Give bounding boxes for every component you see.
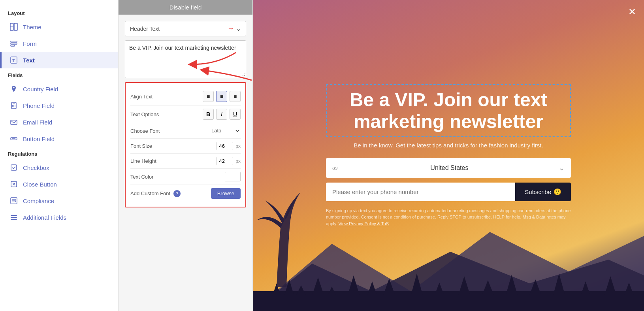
sidebar: Layout Theme Form T Text <box>0 0 119 311</box>
subscribe-emoji: 🙂 <box>554 188 561 196</box>
regulations-section-label: Regulations <box>0 147 118 159</box>
sidebar-item-additional[interactable]: Additional Fields <box>0 209 118 226</box>
svg-point-12 <box>12 106 13 107</box>
svg-rect-19 <box>11 165 17 170</box>
italic-btn[interactable]: I <box>216 109 227 120</box>
dropdown-chevron-icon: ⌄ <box>236 25 241 32</box>
line-height-row: Line Height px <box>130 154 241 169</box>
custom-font-label: Add Custom Font ? <box>130 190 181 197</box>
svg-point-14 <box>15 106 15 107</box>
text-options-row: Text Options B I U <box>130 106 241 123</box>
font-size-input[interactable] <box>217 142 233 150</box>
line-height-px: px <box>235 158 241 164</box>
browse-controls: Browse <box>211 188 241 199</box>
middle-panel-content: Header Text → ⌄ Be a VIP. Join our text … <box>119 15 252 311</box>
line-height-input[interactable] <box>217 157 233 165</box>
svg-point-9 <box>12 105 13 106</box>
phone-input[interactable] <box>326 183 515 201</box>
font-size-label: Font Size <box>130 143 152 149</box>
custom-font-help-icon[interactable]: ? <box>173 190 181 197</box>
text-area-container: Be a VIP. Join our text marketing newsle… <box>125 40 246 78</box>
align-controls: ≡ ≡ ≡ <box>203 91 241 102</box>
svg-rect-1 <box>14 23 17 30</box>
additional-icon <box>9 213 18 222</box>
subscribe-button[interactable]: Subscribe 🙂 <box>515 183 571 201</box>
preview-heading: Be a VIP. Join our text marketing newsle… <box>333 89 564 132</box>
additional-label: Additional Fields <box>23 214 66 221</box>
close-button-icon <box>9 180 18 188</box>
phone-row: Subscribe 🙂 <box>326 183 571 201</box>
sidebar-item-text[interactable]: T Text <box>0 52 118 68</box>
country-name: United States <box>340 164 559 172</box>
palm-tree-svg <box>253 169 324 287</box>
font-select[interactable]: Lato Arial Georgia Helvetica <box>208 126 241 135</box>
font-controls: Lato Arial Georgia Helvetica <box>208 126 241 135</box>
phone-icon <box>9 101 18 110</box>
middle-panel: Disable field Header Text → ⌄ Be a VIP. … <box>119 0 253 311</box>
font-size-row: Font Size px <box>130 139 241 154</box>
svg-text:T: T <box>12 58 15 63</box>
svg-rect-5 <box>11 45 15 46</box>
email-label: Email Field <box>23 119 52 126</box>
align-left-btn[interactable]: ≡ <box>203 91 214 102</box>
compliance-icon <box>9 196 18 205</box>
legal-link[interactable]: View Privacy Policy & ToS <box>339 221 389 226</box>
preview-heading-box: Be a VIP. Join our text marketing newsle… <box>326 84 571 137</box>
text-icon: T <box>9 56 18 64</box>
sidebar-item-checkbox[interactable]: Checkbox <box>0 159 118 176</box>
align-text-label: Align Text <box>130 94 153 100</box>
header-text-dropdown[interactable]: Header Text → ⌄ <box>125 21 246 36</box>
font-size-controls: px <box>217 142 241 150</box>
legal-text: By signing up via text you agree to rece… <box>326 207 571 227</box>
line-height-controls: px <box>217 157 241 165</box>
text-color-label: Text Color <box>130 174 154 180</box>
compliance-label: Compliance <box>23 198 54 204</box>
svg-point-10 <box>13 105 14 106</box>
location-icon <box>9 85 18 93</box>
text-option-controls: B I U <box>203 109 241 120</box>
sidebar-item-button[interactable]: Button Field <box>0 130 118 147</box>
sidebar-item-email[interactable]: Email Field <box>0 114 118 130</box>
text-color-row: Text Color <box>130 169 241 185</box>
text-label: Text <box>23 57 35 64</box>
preview-background: ✕ Be a VIP. Join our text marketing news… <box>253 0 644 311</box>
svg-rect-25 <box>11 215 17 216</box>
country-label: Country Field <box>23 86 58 92</box>
align-right-btn[interactable]: ≡ <box>230 91 241 102</box>
middle-panel-header: Disable field <box>119 0 252 15</box>
custom-font-row: Add Custom Font ? Browse <box>130 185 241 202</box>
underline-btn[interactable]: U <box>230 109 241 120</box>
font-size-px: px <box>235 143 241 149</box>
close-button[interactable]: ✕ <box>628 6 636 17</box>
sidebar-item-country[interactable]: Country Field <box>0 81 118 97</box>
preview-content-area: Be a VIP. Join our text marketing newsle… <box>326 84 571 227</box>
sidebar-item-close-button[interactable]: Close Button <box>0 176 118 192</box>
form-label: Form <box>23 40 37 47</box>
svg-point-11 <box>15 105 15 106</box>
svg-rect-3 <box>11 41 17 42</box>
sidebar-item-phone[interactable]: Phone Field <box>0 97 118 114</box>
svg-rect-4 <box>11 43 17 44</box>
button-icon <box>9 134 18 143</box>
sidebar-item-compliance[interactable]: Compliance <box>0 192 118 209</box>
align-text-row: Align Text ≡ ≡ ≡ <box>130 88 241 106</box>
theme-label: Theme <box>23 24 41 30</box>
bold-btn[interactable]: B <box>203 109 214 120</box>
preview-panel: ✕ Be a VIP. Join our text marketing news… <box>253 0 644 311</box>
align-center-btn[interactable]: ≡ <box>216 91 227 102</box>
country-flag: us <box>332 165 338 171</box>
checkbox-label: Checkbox <box>23 164 49 171</box>
browse-button[interactable]: Browse <box>211 188 241 199</box>
sidebar-item-form[interactable]: Form <box>0 35 118 52</box>
format-panel: Align Text ≡ ≡ ≡ Text Options B I U Choo… <box>125 82 246 207</box>
country-dropdown[interactable]: us United States ⌄ <box>326 158 571 178</box>
email-icon <box>9 118 18 126</box>
sidebar-item-theme[interactable]: Theme <box>0 19 118 35</box>
color-swatch[interactable] <box>225 172 241 181</box>
country-chevron-icon: ⌄ <box>559 164 565 172</box>
svg-rect-26 <box>11 217 17 218</box>
subscribe-label: Subscribe <box>525 188 551 195</box>
svg-rect-15 <box>13 104 15 104</box>
header-text-textarea[interactable]: Be a VIP. Join our text marketing newsle… <box>125 41 246 76</box>
layout-section-label: Layout <box>0 6 118 19</box>
